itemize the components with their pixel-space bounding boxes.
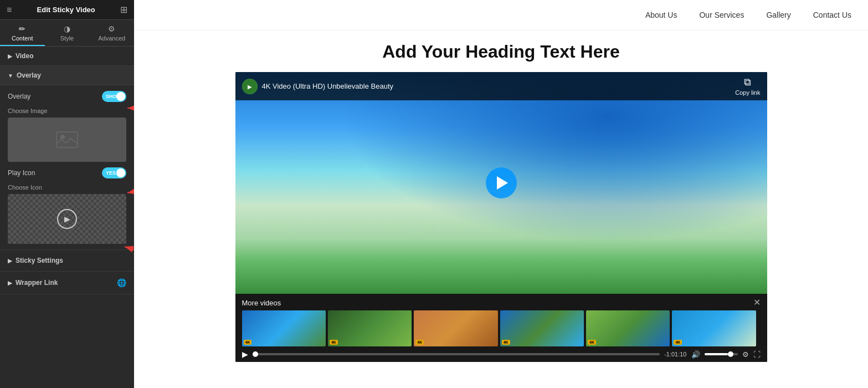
video-title: 4K Video (Ultra HD) Unbelievable Beauty — [262, 82, 394, 90]
play-pause-button[interactable]: ▶ — [242, 350, 248, 359]
choose-image-label: Choose Image — [8, 108, 126, 114]
nav-contact-us[interactable]: Contact Us — [813, 11, 851, 19]
video-title-row: ▶ 4K Video (Ultra HD) Unbelievable Beaut… — [242, 79, 394, 94]
overlay-toggle[interactable]: SHOW — [102, 91, 126, 102]
sticky-arrow-icon: ▶ — [8, 258, 12, 264]
play-icon-toggle-knob — [116, 169, 125, 177]
overlay-arrow-icon: ▼ — [8, 73, 13, 79]
more-videos-label: More videos — [242, 299, 281, 307]
video-scene — [235, 72, 767, 294]
settings-icon[interactable]: ⚙ — [742, 350, 749, 359]
grid-icon[interactable]: ⊞ — [120, 4, 127, 15]
advanced-tab-icon: ⚙ — [108, 24, 115, 33]
svg-rect-0 — [57, 132, 78, 147]
play-icon-toggle[interactable]: YES — [102, 167, 126, 178]
thumb-bg-6 — [672, 310, 756, 346]
image-placeholder-icon — [56, 129, 78, 151]
nav-about-us[interactable]: About Us — [645, 11, 677, 19]
wrapper-link-section[interactable]: ▶ Wrapper Link 🌐 — [0, 272, 134, 294]
left-panel: ≡ Edit Sticky Video ⊞ ✏ Content ◑ Style … — [0, 0, 134, 388]
thumbnail-1[interactable]: 4K — [242, 310, 326, 346]
thumbnails-next-arrow[interactable]: ❯ — [758, 323, 761, 335]
thumb-bg-4 — [500, 310, 584, 346]
close-more-videos-button[interactable]: ✕ — [753, 298, 761, 307]
panel-tabs: ✏ Content ◑ Style ⚙ Advanced — [0, 20, 134, 47]
channel-thumbnail: ▶ — [242, 79, 258, 94]
panel-header: ≡ Edit Sticky Video ⊞ — [0, 0, 134, 20]
icon-placeholder[interactable]: ▶ — [8, 194, 126, 244]
thumbnails-row: 4K 4K 4K 4K — [242, 310, 761, 346]
tab-style[interactable]: ◑ Style — [45, 20, 90, 46]
overlay-section-body: Overlay SHOW Choose Image Play Icon — [0, 85, 134, 250]
thumb-badge-3: 4K — [415, 340, 424, 345]
tab-advanced[interactable]: ⚙ Advanced — [89, 20, 134, 46]
video-section-header[interactable]: ▶ Video — [0, 47, 134, 66]
play-circle-icon: ▶ — [57, 209, 77, 229]
thumbnail-5[interactable]: 4K — [586, 310, 670, 346]
nav-our-services[interactable]: Our Services — [699, 11, 744, 19]
thumb-badge-6: 4K — [674, 340, 682, 345]
wrapper-link-globe-icon: 🌐 — [117, 278, 126, 287]
main-area: Add Your Heading Text Here ▶ 4K Video (U… — [134, 30, 868, 388]
style-tab-icon: ◑ — [64, 24, 70, 33]
content-tab-icon: ✏ — [19, 24, 25, 33]
fullscreen-icon[interactable]: ⛶ — [753, 350, 761, 359]
overlay-section-header[interactable]: ▼ Overlay — [0, 66, 134, 85]
tab-content[interactable]: ✏ Content — [0, 20, 45, 46]
thumbnail-2[interactable]: 4K — [328, 310, 412, 346]
progress-dot — [253, 351, 258, 357]
thumb-badge-4: 4K — [502, 340, 510, 345]
video-topbar: ▶ 4K Video (Ultra HD) Unbelievable Beaut… — [235, 72, 767, 100]
thumb-badge-5: 4K — [588, 340, 596, 345]
svg-text:▶: ▶ — [248, 84, 252, 90]
thumbnail-4[interactable]: 4K — [500, 310, 584, 346]
more-videos-bar: More videos ✕ 4K 4K 4K — [235, 294, 767, 346]
time-remaining: -1:01:10 — [664, 351, 686, 358]
thumb-bg-1 — [242, 310, 326, 346]
thumb-bg-3 — [414, 310, 497, 346]
top-nav: About Us Our Services Gallery Contact Us — [134, 0, 868, 30]
video-controls: ▶ -1:01:10 🔊 ⚙ ⛶ — [235, 346, 767, 362]
thumb-badge-1: 4K — [244, 340, 252, 345]
editor-panel: ≡ Edit Sticky Video ⊞ ✏ Content ◑ Style … — [0, 0, 134, 388]
overlay-toggle-row: Overlay SHOW — [8, 91, 126, 102]
play-triangle-icon — [497, 176, 508, 190]
right-content: About Us Our Services Gallery Contact Us… — [134, 0, 868, 388]
volume-bar[interactable] — [705, 353, 738, 355]
hamburger-icon[interactable]: ≡ — [7, 5, 12, 15]
channel-icon: ▶ — [242, 79, 258, 94]
volume-icon[interactable]: 🔊 — [691, 350, 700, 359]
thumb-bg-2 — [328, 310, 412, 346]
nav-gallery[interactable]: Gallery — [766, 11, 790, 19]
overlay-toggle-knob — [116, 92, 125, 101]
progress-bar[interactable] — [253, 353, 660, 355]
svg-point-1 — [60, 135, 65, 139]
volume-dot — [728, 351, 733, 357]
wrapper-arrow-icon: ▶ — [8, 280, 12, 286]
thumbnail-6[interactable]: 4K — [672, 310, 756, 346]
play-icon-toggle-row: Play Icon YES — [8, 167, 126, 178]
video-player[interactable]: ▶ 4K Video (Ultra HD) Unbelievable Beaut… — [235, 72, 767, 362]
thumbnail-3[interactable]: 4K — [414, 310, 497, 346]
image-placeholder[interactable] — [8, 118, 126, 162]
play-button[interactable] — [486, 167, 517, 198]
volume-fill — [705, 353, 728, 355]
more-videos-header: More videos ✕ — [242, 298, 761, 307]
copy-icon: ⧉ — [744, 76, 751, 88]
choose-icon-label: Choose Icon — [8, 184, 126, 191]
thumb-badge-2: 4K — [330, 340, 338, 345]
sticky-settings-section[interactable]: ▶ Sticky Settings — [0, 250, 134, 272]
video-arrow-icon: ▶ — [8, 53, 12, 59]
page-heading: Add Your Heading Text Here — [151, 42, 851, 62]
copy-link-button[interactable]: ⧉ Copy link — [735, 76, 760, 96]
panel-title: Edit Sticky Video — [37, 6, 95, 14]
thumb-bg-5 — [586, 310, 670, 346]
